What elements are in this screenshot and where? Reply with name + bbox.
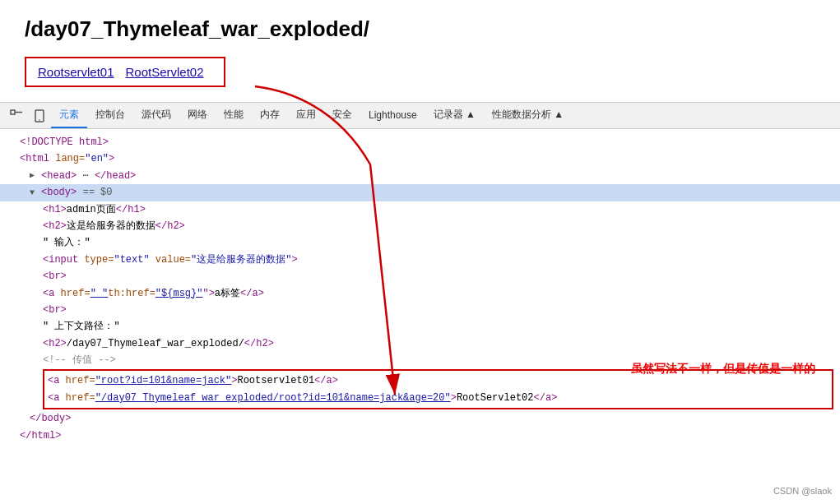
code-line-14: <!-- 传值 --> [0, 352, 840, 368]
devtools-code: <!DOCTYPE html> <html lang="en"> ▶ <head… [0, 129, 840, 449]
code-line-18: </html> [0, 428, 840, 444]
code-line-17: </body> [0, 410, 840, 427]
code-line-9: <br> [0, 268, 840, 284]
code-line-16: <a href="/day07_Thymeleaf_war_exploded/r… [48, 390, 828, 406]
tab-security[interactable]: 安全 [324, 103, 360, 128]
tab-application[interactable]: 应用 [288, 103, 324, 128]
code-line-7: " 输入：" [0, 234, 840, 251]
boxed-code-block: <a href="root?id=101&name=jack">Rootserv… [43, 369, 833, 409]
code-line-8: <input type="text" value="这是给服务器的数据"> [0, 252, 840, 268]
tab-network[interactable]: 网络 [179, 103, 216, 128]
tab-sources[interactable]: 源代码 [133, 103, 179, 128]
watermark: CSDN @slaok [773, 486, 832, 496]
inspect-icon[interactable] [5, 104, 28, 127]
code-line-4: ▼ <body> == $0 [0, 184, 840, 201]
code-line-10: <a href="_"th:href="${msg}"">a标签</a> [0, 285, 840, 302]
tab-performance[interactable]: 性能 [216, 103, 252, 128]
page-content: /day07_Thymeleaf_war_exploded/ Rootservl… [0, 0, 840, 102]
page-title: /day07_Thymeleaf_war_exploded/ [25, 16, 815, 42]
devtools-panel: 元素 控制台 源代码 网络 性能 内存 应用 安全 Lighthouse 记录器… [0, 102, 840, 449]
code-line-6: <h2>这是给服务器的数据</h2> [0, 218, 840, 234]
svg-point-3 [39, 119, 40, 121]
rootservlet02-link[interactable]: RootServlet02 [125, 65, 203, 79]
link-box: Rootservlet01 RootServlet02 [25, 57, 225, 87]
tab-perf-insights[interactable]: 性能数据分析 ▲ [484, 103, 572, 128]
code-line-15: <a href="root?id=101&name=jack">Rootserv… [48, 372, 828, 389]
tab-recorder[interactable]: 记录器 ▲ [425, 103, 484, 128]
code-line-12: " 上下文路径：" [0, 318, 840, 335]
device-icon[interactable] [28, 104, 51, 127]
tab-lighthouse[interactable]: Lighthouse [360, 104, 425, 127]
code-line-11: <br> [0, 302, 840, 318]
svg-rect-0 [11, 110, 15, 114]
code-line-13: <h2>/day07_Thymeleaf_war_exploded/</h2> [0, 335, 840, 352]
tab-console[interactable]: 控制台 [87, 103, 133, 128]
code-line-5: <h1>admin页面</h1> [0, 201, 840, 218]
tab-memory[interactable]: 内存 [252, 103, 288, 128]
code-line-1: <!DOCTYPE html> [0, 134, 840, 150]
code-line-2: <html lang="en"> [0, 150, 840, 167]
code-line-3: ▶ <head> ⋯ </head> [0, 168, 840, 184]
rootservlet01-link[interactable]: Rootservlet01 [38, 65, 114, 79]
devtools-tabs: 元素 控制台 源代码 网络 性能 内存 应用 安全 Lighthouse 记录器… [0, 103, 840, 129]
whole-wrapper: /day07_Thymeleaf_war_exploded/ Rootservl… [0, 0, 840, 504]
tab-elements[interactable]: 元素 [51, 103, 87, 128]
